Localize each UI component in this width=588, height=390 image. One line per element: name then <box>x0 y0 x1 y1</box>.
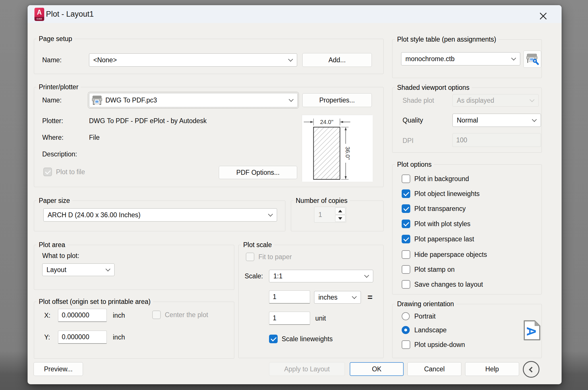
scale-drawing-units-input[interactable] <box>269 312 310 325</box>
help-button[interactable]: Help <box>465 362 519 376</box>
apply-to-layout-button: Apply to Layout <box>269 362 345 376</box>
equals-sign: = <box>368 291 373 304</box>
quality-label: Quality <box>403 114 423 127</box>
scale-paper-unit-select[interactable]: inches <box>314 291 361 304</box>
close-icon <box>539 11 548 21</box>
offset-x-input[interactable] <box>58 309 107 322</box>
what-to-plot-label: What to plot: <box>42 251 79 260</box>
printer-name-select[interactable]: DWG To PDF.pc3 <box>89 93 298 107</box>
page-setup-name-select[interactable]: <None> <box>89 53 297 67</box>
plot-upside-down-checkbox[interactable] <box>402 340 410 349</box>
edit-plot-style-button[interactable] <box>523 51 541 68</box>
printer-name-label: Name: <box>42 93 62 107</box>
copies-spinner: 1 <box>314 207 346 223</box>
close-button[interactable] <box>536 9 550 23</box>
paper-preview: 24.0'' 36.0'' <box>302 115 372 181</box>
dpi-label: DPI <box>403 134 413 148</box>
pdf-options-button[interactable]: PDF Options... <box>219 166 297 179</box>
plotter-label: Plotter: <box>42 117 63 125</box>
hide-paperspace-objects-checkbox[interactable] <box>402 250 410 259</box>
plot-options-legend: Plot options <box>395 161 434 168</box>
paper-size-select[interactable]: ARCH D (24.00 x 36.00 Inches) <box>43 208 277 222</box>
quality-select[interactable]: Normal <box>452 114 541 127</box>
plot-offset-legend: Plot offset (origin set to printable are… <box>36 298 153 306</box>
offset-y-input[interactable] <box>58 331 107 344</box>
chevron-down-icon <box>106 267 111 271</box>
paper-preview-drawing: 24.0'' 36.0'' <box>302 115 373 182</box>
scale-select[interactable]: 1:1 <box>269 270 373 282</box>
plot-object-lineweights-checkbox[interactable] <box>402 189 410 198</box>
what-to-plot-value: Layout <box>47 266 66 274</box>
plot-dialog: A CAD Plot - Layout1 Page setup Name: <N… <box>28 5 562 384</box>
scale-paper-units-input[interactable] <box>269 290 310 304</box>
portrait-radio[interactable] <box>402 312 410 320</box>
chevron-down-icon <box>289 97 294 102</box>
scale-lineweights-checkbox[interactable] <box>269 335 278 343</box>
plot-paperspace-last-checkbox[interactable] <box>402 235 410 243</box>
shade-plot-select: As displayed <box>452 94 539 107</box>
offset-x-label: X: <box>44 309 51 322</box>
plot-style-legend: Plot style table (pen assignments) <box>395 36 498 43</box>
page-setup-legend: Page setup <box>36 35 74 43</box>
shade-plot-label: Shade plot <box>403 94 434 107</box>
paper-size-legend: Paper size <box>36 197 72 205</box>
plot-with-plot-styles-label: Plot with plot styles <box>414 220 471 228</box>
center-the-plot-checkbox <box>152 311 161 319</box>
chevron-down-icon <box>364 273 369 278</box>
where-label: Where: <box>42 133 63 142</box>
plot-area-legend: Plot area <box>36 241 67 249</box>
properties-button[interactable]: Properties... <box>302 93 372 107</box>
description-label: Description: <box>42 150 77 158</box>
spinner-down-icon <box>338 217 342 220</box>
plotter-value: DWG To PDF - PDF ePlot - by Autodesk <box>89 117 207 125</box>
copies-increment-button <box>335 207 345 214</box>
quality-value: Normal <box>457 117 478 124</box>
ok-button[interactable]: OK <box>350 362 404 376</box>
plot-paperspace-last-label: Plot paperspace last <box>414 235 474 243</box>
plot-style-value: monochrome.ctb <box>405 55 454 63</box>
landscape-label: Landscape <box>414 326 447 334</box>
plot-to-file-checkbox <box>43 168 52 176</box>
copies-legend: Number of copies <box>293 197 350 205</box>
plot-stamp-on-label: Plot stamp on <box>414 265 455 274</box>
plot-in-background-checkbox[interactable] <box>402 174 410 183</box>
preview-height-dimension: 36.0'' <box>345 147 351 160</box>
printer-name-value: DWG To PDF.pc3 <box>105 96 157 104</box>
landscape-orientation-icon: A <box>523 319 541 342</box>
shade-plot-value: As displayed <box>457 97 494 104</box>
plot-style-edit-icon <box>526 53 539 65</box>
hide-paperspace-objects-label: Hide paperspace objects <box>414 250 487 259</box>
plot-with-plot-styles-checkbox[interactable] <box>402 220 410 228</box>
where-value: File <box>89 133 100 142</box>
copies-decrement-button <box>335 215 345 222</box>
center-the-plot-label: Center the plot <box>165 311 208 319</box>
cancel-button[interactable]: Cancel <box>407 362 461 376</box>
plot-style-select[interactable]: monochrome.ctb <box>401 52 520 65</box>
fit-to-paper-label: Fit to paper <box>258 253 292 261</box>
printer-icon <box>92 95 102 105</box>
autocad-logo-icon: A CAD <box>34 8 44 21</box>
plot-to-file-label: Plot to file <box>56 168 85 176</box>
plot-transparency-checkbox[interactable] <box>402 204 410 213</box>
offset-y-label: Y: <box>44 331 50 344</box>
shaded-viewport-legend: Shaded viewport options <box>395 84 472 92</box>
orientation-legend: Drawing orientation <box>395 300 456 308</box>
what-to-plot-select[interactable]: Layout <box>42 263 115 276</box>
dpi-input <box>452 133 541 147</box>
plot-offset-group: Plot offset (origin set to printable are… <box>34 298 234 359</box>
offset-y-unit: inch <box>113 331 125 344</box>
less-options-button[interactable] <box>523 361 539 378</box>
scale-label: Scale: <box>245 270 263 282</box>
chevron-down-icon <box>288 57 293 62</box>
paper-size-value: ARCH D (24.00 x 36.00 Inches) <box>48 211 140 219</box>
landscape-radio[interactable] <box>402 326 410 334</box>
chevron-down-icon <box>532 117 537 122</box>
add-page-setup-button[interactable]: Add... <box>302 53 372 67</box>
plot-stamp-on-checkbox[interactable] <box>402 265 410 274</box>
autocad-logo-letter: A <box>34 8 44 17</box>
scale-value: 1:1 <box>273 272 283 280</box>
save-changes-to-layout-checkbox[interactable] <box>402 280 410 289</box>
chevron-down-icon <box>511 56 516 61</box>
window-title: Plot - Layout1 <box>46 5 94 23</box>
preview-button[interactable]: Preview... <box>34 362 83 376</box>
